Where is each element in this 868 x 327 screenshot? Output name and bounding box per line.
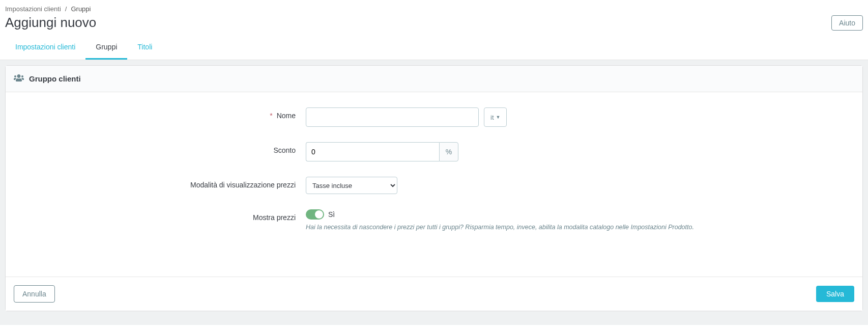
cancel-button[interactable]: Annulla — [14, 285, 55, 303]
name-label: * Nome — [16, 107, 306, 120]
show-prices-toggle[interactable] — [306, 209, 324, 220]
price-display-select[interactable]: Tasse incluse — [306, 177, 397, 194]
price-display-label: Modalità di visualizzazione prezzi — [16, 177, 306, 189]
toggle-value-label: Sì — [328, 210, 335, 219]
tab-customer-settings[interactable]: Impostazioni clienti — [5, 36, 85, 60]
discount-input[interactable] — [306, 142, 439, 161]
panel-title: Gruppo clienti — [29, 74, 81, 83]
toggle-knob — [315, 210, 323, 219]
breadcrumb-parent[interactable]: Impostazioni clienti — [5, 5, 61, 13]
tabs: Impostazioni clienti Gruppi Titoli — [0, 36, 868, 60]
required-indicator: * — [270, 112, 272, 120]
show-prices-help: Hai la necessita di nascondere i prezzi … — [306, 224, 694, 231]
breadcrumb-current: Gruppi — [71, 5, 91, 13]
customer-group-panel: Gruppo clienti * Nome it ▼ Scont — [5, 65, 863, 311]
users-icon — [14, 73, 24, 85]
name-input[interactable] — [306, 107, 479, 127]
help-button[interactable]: Aiuto — [831, 15, 863, 31]
panel-header: Gruppo clienti — [6, 66, 862, 92]
language-dropdown[interactable]: it ▼ — [484, 107, 507, 127]
tab-groups[interactable]: Gruppi — [85, 36, 127, 60]
breadcrumb: Impostazioni clienti / Gruppi — [5, 5, 863, 13]
discount-label: Sconto — [16, 142, 306, 154]
breadcrumb-separator: / — [65, 5, 67, 13]
save-button[interactable]: Salva — [816, 286, 854, 302]
discount-unit: % — [439, 142, 458, 161]
show-prices-label: Mostra prezzi — [16, 209, 306, 222]
caret-down-icon: ▼ — [496, 115, 501, 120]
tab-titles[interactable]: Titoli — [127, 36, 162, 60]
page-title: Aggiungi nuovo — [5, 15, 96, 31]
language-label: it — [490, 114, 494, 121]
